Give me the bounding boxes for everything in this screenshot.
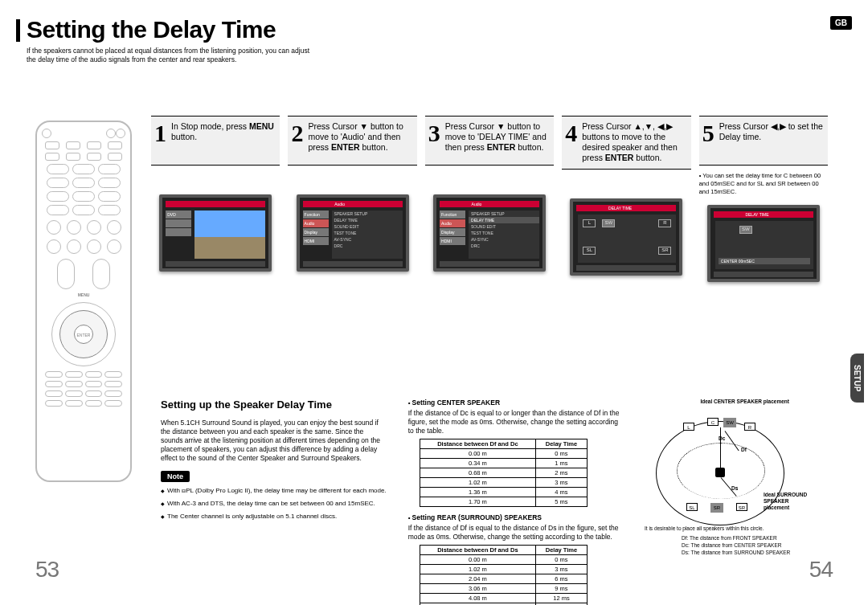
screen-5: DELAY TIME SW CENTER 00mSEC <box>707 205 820 282</box>
step-5-note: • You can set the delay time for C betwe… <box>699 172 828 195</box>
step-1-text: In Stop mode, press MENU button. <box>171 121 275 160</box>
note-badge: Note <box>161 471 190 482</box>
center-table: Distance between Df and DcDelay Time 0.0… <box>420 439 588 507</box>
center-heading: •Setting CENTER SPEAKER <box>408 399 624 407</box>
step-1: 1In Stop mode, press MENU button. DVD <box>151 116 280 282</box>
col-right: Ideal CENTER SPEAKER placement L C SW R … <box>645 399 828 605</box>
note-bullet-3: The Center channel is only adjustable on… <box>161 513 387 521</box>
screen-1: DVD <box>159 194 272 272</box>
screen-3: Audio FunctionAudioDisplayHDMI SPEAKER S… <box>433 194 546 272</box>
page-title: Setting the Delay Time <box>27 16 276 43</box>
rear-para: If the distance of Df is equal to the di… <box>408 524 624 542</box>
section-heading: Setting up the Speaker Delay Time <box>161 399 387 411</box>
center-para: If the distance of Dc is equal to or lon… <box>408 409 624 435</box>
col-center: •Setting CENTER SPEAKER If the distance … <box>408 399 624 605</box>
note-bullet-2: With AC-3 and DTS, the delay time can be… <box>161 500 387 509</box>
steps-row: 1In Stop mode, press MENU button. DVD 2P… <box>151 116 828 282</box>
step-3-text: Press Cursor ▼ button to move to 'DELAY … <box>445 121 549 160</box>
step-3: 3Press Cursor ▼ button to move to 'DELAY… <box>425 116 554 282</box>
rear-heading: •Setting REAR (SURROUND) SPEAKERS <box>408 513 624 521</box>
remote-illustration: MENU ENTER <box>35 121 132 482</box>
rear-table: Distance between Df and DsDelay Time 0.0… <box>420 545 588 605</box>
remote-navpad: ENTER <box>51 302 116 366</box>
step-4: 4Press Cursor ▲,▼, ◀,▶ buttons to move t… <box>562 116 690 282</box>
speaker-diagram: Ideal CENTER SPEAKER placement L C SW R … <box>645 399 813 551</box>
intro-text: If the speakers cannot be placed at equa… <box>27 47 316 63</box>
step-5: 5Press Cursor ◀,▶ to set the Delay time.… <box>699 116 828 282</box>
note-bullet-1: With ⧈PL (Dolby Pro Logic II), the delay… <box>161 487 387 496</box>
side-tab-setup: SETUP <box>850 354 864 403</box>
step-4-text: Press Cursor ▲,▼, ◀,▶ buttons to move to… <box>582 121 686 164</box>
page-number-left: 53 <box>35 557 59 583</box>
step-2: 2Press Cursor ▼ button to move to 'Audio… <box>288 116 416 282</box>
page-number-right: 54 <box>809 557 833 583</box>
col-left: Setting up the Speaker Delay Time When 5… <box>161 399 387 605</box>
screen-2: Audio FunctionAudioDisplayHDMI SPEAKER S… <box>297 194 409 272</box>
section-para: When 5.1CH Surround Sound is played, you… <box>161 419 387 463</box>
step-5-text: Press Cursor ◀,▶ to set the Delay time. <box>719 121 823 160</box>
screen-4: DELAY TIME L SW R SL SR <box>570 198 682 276</box>
step-2-text: Press Cursor ▼ button to move to 'Audio'… <box>308 121 411 160</box>
title-accent <box>16 19 20 42</box>
